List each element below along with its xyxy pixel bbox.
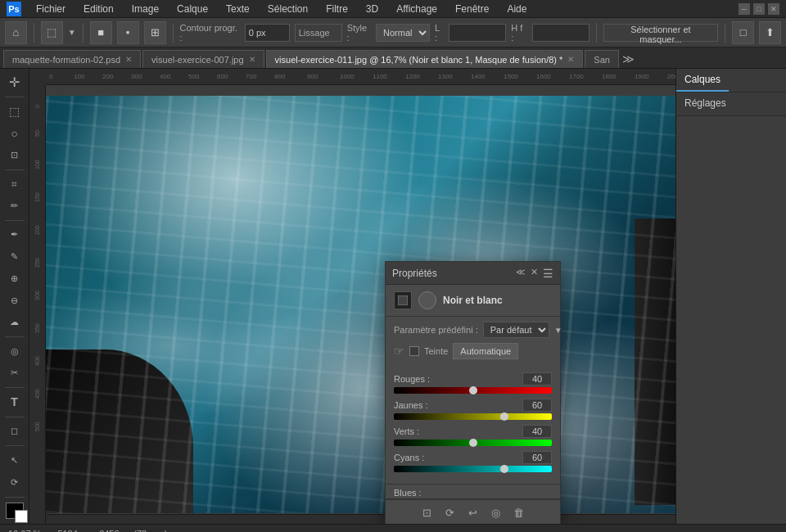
visibility-icon[interactable]: ◎ — [489, 505, 504, 520]
eyedropper-tool[interactable]: ✏ — [3, 196, 26, 216]
calques-tab[interactable]: Calques — [676, 69, 729, 92]
canvas-content[interactable] — [46, 85, 675, 524]
blue-slider-partial: Blues : — [386, 485, 560, 499]
cyan-thumb[interactable] — [500, 465, 508, 473]
foreground-color[interactable] — [6, 503, 24, 519]
menu-3d[interactable]: 3D — [363, 2, 382, 16]
move-tool[interactable]: ✛ — [3, 72, 26, 92]
pen-tool[interactable]: ✂ — [3, 363, 26, 384]
preset-dropdown-icon[interactable]: ▼ — [554, 326, 562, 335]
ruler-horizontal: 0 100 200 300 400 500 600 700 800 900 10… — [46, 69, 675, 85]
select-mask-button[interactable]: Sélectionner et masquer... — [603, 24, 719, 42]
vert-track[interactable] — [394, 440, 552, 446]
cyan-value[interactable]: 60 — [522, 451, 552, 464]
cyan-track[interactable] — [394, 466, 552, 472]
healing-tool[interactable]: ✒ — [3, 225, 26, 246]
canvas-icon-button[interactable]: □ — [732, 21, 754, 44]
sliders-group: Rouges : 40 Jaunes : 60 — [386, 369, 560, 485]
menu-edition[interactable]: Edition — [80, 2, 117, 16]
export-icon-button[interactable]: ⬆ — [759, 21, 781, 44]
reglages-tab[interactable]: Réglages — [676, 92, 734, 115]
layer-comp-icon[interactable]: ⊡ — [420, 505, 435, 520]
style-select[interactable]: Normal — [376, 24, 430, 42]
close-button[interactable]: ✕ — [768, 3, 779, 15]
background-color[interactable] — [15, 510, 28, 523]
menu-aide[interactable]: Aide — [504, 2, 530, 16]
rouge-thumb[interactable] — [469, 386, 477, 394]
menu-filtre[interactable]: Filtre — [323, 2, 351, 16]
tab-visuel007-close[interactable]: ✕ — [249, 55, 255, 64]
height-input[interactable] — [532, 24, 590, 42]
props-collapse-icon[interactable]: ≪ — [516, 267, 526, 280]
jaune-value[interactable]: 60 — [522, 399, 552, 412]
contour-input[interactable] — [245, 24, 290, 42]
menu-fenetre[interactable]: Fenêtre — [452, 2, 492, 16]
tab-visuel007[interactable]: visuel-exercice-007.jpg ✕ — [142, 50, 264, 68]
tabs-bar: maquette-formation-02.psd ✕ visuel-exerc… — [0, 47, 786, 69]
rouge-label: Rouges : — [394, 374, 430, 384]
h-label: H f : — [511, 23, 526, 43]
tabs-more-button[interactable]: ≫ — [621, 50, 637, 68]
delete-icon[interactable]: 🗑 — [512, 505, 526, 520]
cyan-slider-row: Cyans : 60 — [394, 451, 552, 472]
menu-calque[interactable]: Calque — [174, 2, 211, 16]
rouge-value[interactable]: 40 — [522, 372, 552, 385]
menu-affichage[interactable]: Affichage — [393, 2, 440, 16]
horizontal-scrollbar[interactable] — [46, 514, 675, 524]
props-close-icon[interactable]: ✕ — [531, 267, 538, 280]
hand-tool[interactable]: ↖ — [3, 450, 26, 471]
eraser-tool[interactable]: ⊖ — [3, 291, 26, 311]
zoom-tool[interactable]: ⟳ — [3, 472, 26, 493]
tab-maquette-close[interactable]: ✕ — [125, 55, 132, 64]
refresh-icon[interactable]: ⟳ — [443, 505, 458, 520]
fill-button-1[interactable]: ■ — [90, 21, 112, 44]
lasso-tool[interactable]: ○ — [3, 123, 26, 143]
canvas-image[interactable] — [46, 96, 675, 513]
vert-thumb[interactable] — [469, 439, 477, 447]
menu-fichier[interactable]: Fichier — [33, 2, 69, 16]
text-tool[interactable]: T — [3, 392, 26, 413]
object-select-tool[interactable]: ⊡ — [3, 145, 26, 165]
selection-rect-button[interactable]: ⬚ — [41, 21, 63, 44]
tab-maquette[interactable]: maquette-formation-02.psd ✕ — [3, 50, 141, 68]
jaune-thumb[interactable] — [500, 413, 508, 421]
vert-value[interactable]: 40 — [522, 425, 552, 438]
dodge-tool[interactable]: ◎ — [3, 341, 26, 362]
ruler-vertical: 0 50 100 150 200 250 300 350 400 450 500 — [29, 85, 46, 524]
menu-selection[interactable]: Sélection — [264, 2, 311, 16]
width-input[interactable] — [449, 24, 506, 42]
jaune-slider-top: Jaunes : 60 — [394, 399, 552, 412]
minimize-button[interactable]: ─ — [739, 3, 750, 15]
jaune-track[interactable] — [394, 413, 552, 420]
tab-visuel011[interactable]: visuel-exercice-011.jpg @ 16,7% (Noir et… — [266, 50, 584, 68]
auto-button[interactable]: Automatique — [453, 343, 518, 359]
vert-label: Verts : — [394, 426, 419, 436]
select-rect-tool[interactable]: ⬚ — [3, 101, 26, 122]
menu-image[interactable]: Image — [129, 2, 162, 16]
brush-tool[interactable]: ✎ — [3, 246, 26, 267]
preset-select[interactable]: Par défaut — [483, 322, 549, 338]
shape-tool[interactable]: ◻ — [3, 422, 26, 442]
stamp-tool[interactable]: ⊕ — [3, 268, 26, 289]
toolbar-divider-5 — [725, 23, 725, 43]
fill-button-2[interactable]: ▪ — [117, 21, 139, 44]
menu-texte[interactable]: Texte — [223, 2, 253, 16]
tab-san[interactable]: San — [585, 50, 619, 68]
selection-dropdown[interactable]: ▼ — [68, 28, 76, 37]
crop-tool[interactable]: ⌗ — [3, 174, 26, 194]
undo-icon[interactable]: ↩ — [466, 505, 481, 520]
window-controls: ─ □ ✕ — [739, 3, 779, 15]
more-button[interactable]: ⊞ — [144, 21, 166, 44]
rouge-track[interactable] — [394, 387, 552, 394]
ruler-corner — [29, 69, 46, 85]
lissage-checkbox[interactable]: Lissage — [295, 24, 342, 42]
hand-pointer-icon[interactable]: ☞ — [394, 345, 404, 358]
tint-checkbox[interactable] — [409, 346, 419, 356]
gradient-tool[interactable]: ☁ — [3, 312, 26, 332]
home-button[interactable]: ⌂ — [5, 21, 27, 44]
lt-sep-6 — [5, 417, 25, 417]
maximize-button[interactable]: □ — [753, 3, 765, 15]
contour-label: Contour progr. : — [179, 23, 239, 43]
tab-visuel011-close[interactable]: ✕ — [567, 55, 574, 64]
props-menu-icon[interactable]: ☰ — [543, 267, 553, 280]
